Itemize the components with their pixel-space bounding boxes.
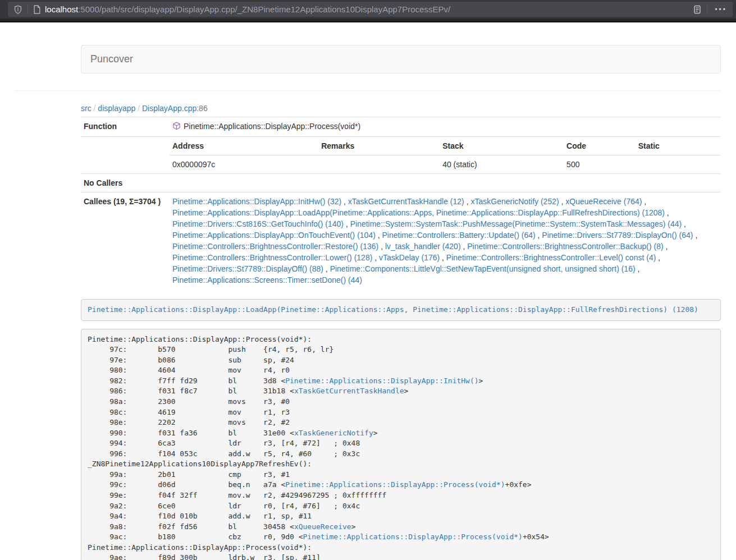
details-cell: Address Remarks Stack Code Static 0x0000… — [170, 137, 721, 174]
callees-label: Callees (19, Σ=3704 ) — [81, 192, 170, 290]
value-address: 0x0000097c — [170, 155, 318, 174]
callee-link[interactable]: xTaskGetCurrentTaskHandle (12) — [348, 197, 464, 206]
chrome-bottom-strip — [0, 19, 736, 22]
selected-callee-link[interactable]: Pinetime::Applications::DisplayApp::Load… — [88, 305, 698, 314]
callees-row: Callees (19, Σ=3704 ) Pinetime::Applicat… — [81, 192, 721, 290]
page-icon — [33, 5, 41, 14]
callee-separator: , — [682, 219, 686, 228]
value-static — [636, 155, 721, 174]
callee-separator: , — [636, 264, 640, 273]
asm-symbol-link[interactable]: xTaskGetCurrentTaskHandle — [294, 387, 404, 395]
urlbar-separator — [28, 4, 28, 14]
urlbar-separator — [707, 4, 707, 14]
col-stack: Stack — [440, 137, 564, 155]
col-remarks: Remarks — [318, 137, 440, 155]
callee-link[interactable]: Pinetime::Controllers::BrightnessControl… — [172, 242, 378, 251]
url-host: localhost — [45, 4, 78, 14]
asm-symbol-link[interactable]: Pinetime::Applications::DisplayApp::Proc… — [303, 533, 523, 541]
callee-separator: , — [559, 197, 566, 206]
value-remarks — [318, 155, 440, 174]
no-callers-label: No Callers — [81, 174, 170, 192]
breadcrumb-link[interactable]: DisplayApp.cpp — [142, 104, 196, 113]
callee-link[interactable]: Pinetime::Drivers::St7789::DisplayOff() … — [172, 264, 323, 273]
callee-separator: , — [461, 242, 468, 251]
browser-chrome: localhost:5000/path/src/displayapp/Displ… — [0, 0, 736, 19]
breadcrumb-separator: / — [92, 104, 98, 113]
asm-symbol-link[interactable]: xTaskGenericNotify — [294, 429, 373, 437]
callee-link[interactable]: Pinetime::Controllers::BrightnessControl… — [446, 253, 656, 262]
details-value-row: 0x0000097c 40 (static) 500 — [170, 155, 721, 174]
callee-separator: , — [378, 242, 385, 251]
breadcrumb-separator: / — [135, 104, 142, 113]
url-path: :5000/path/src/displayapp/DisplayApp.cpp… — [78, 4, 450, 14]
callee-separator: , — [642, 197, 646, 206]
divider — [15, 90, 721, 91]
no-callers-cell — [170, 174, 721, 192]
callee-link[interactable]: Pinetime::Applications::DisplayApp::Load… — [172, 208, 665, 217]
callee-separator: , — [372, 253, 379, 262]
details-label-empty — [81, 137, 170, 174]
callee-link[interactable]: lv_task_handler (420) — [385, 242, 461, 251]
callee-separator: , — [440, 253, 446, 262]
col-address: Address — [170, 137, 318, 155]
breadcrumb-link[interactable]: displayapp — [98, 104, 135, 113]
url-bar[interactable]: localhost:5000/path/src/displayapp/Displ… — [8, 2, 733, 17]
callee-link[interactable]: Pinetime::Controllers::Battery::Update()… — [382, 231, 536, 240]
callee-separator: , — [536, 231, 542, 240]
page-actions-menu-icon[interactable]: ••• — [715, 6, 727, 13]
callee-separator: , — [323, 264, 330, 273]
callee-separator: , — [665, 208, 669, 217]
breadcrumb-link[interactable]: src — [81, 104, 92, 113]
col-static: Static — [636, 137, 721, 155]
shield-icon[interactable] — [13, 5, 22, 14]
selected-callee-box: Pinetime::Applications::DisplayApp::Load… — [81, 299, 721, 321]
navbar: Puncover — [81, 45, 721, 74]
breadcrumb: src / displayapp / DisplayApp.cpp:86 — [81, 103, 721, 114]
function-table: Function Pinetime::Applications::Display… — [81, 117, 721, 289]
callee-separator: , — [464, 197, 471, 206]
callee-link[interactable]: Pinetime::Controllers::BrightnessControl… — [172, 253, 372, 262]
callee-separator: , — [344, 219, 350, 228]
callee-separator: , — [656, 253, 660, 262]
url-text[interactable]: localhost:5000/path/src/displayapp/Displ… — [45, 4, 693, 14]
callee-link[interactable]: xTaskGenericNotify (252) — [470, 197, 559, 206]
no-callers-row: No Callers — [81, 174, 721, 192]
assembly-code: Pinetime::Applications::DisplayApp::Proc… — [81, 329, 721, 560]
callee-separator: , — [376, 231, 382, 240]
callee-link[interactable]: Pinetime::Controllers::BrightnessControl… — [467, 242, 663, 251]
col-code: Code — [564, 137, 636, 155]
asm-symbol-link[interactable]: Pinetime::Applications::DisplayApp::Init… — [285, 377, 478, 385]
details-header-row: Address Remarks Stack Code Static — [170, 137, 721, 155]
function-label: Function — [81, 117, 170, 137]
function-name: Pinetime::Applications::DisplayApp::Proc… — [184, 122, 360, 131]
callee-separator: , — [341, 197, 348, 206]
content-container: src / displayapp / DisplayApp.cpp:86 Fun… — [81, 103, 721, 560]
function-name-cell: Pinetime::Applications::DisplayApp::Proc… — [170, 117, 721, 137]
callee-link[interactable]: xQueueReceive (764) — [565, 197, 642, 206]
details-table: Address Remarks Stack Code Static 0x0000… — [170, 137, 721, 173]
function-row: Function Pinetime::Applications::Display… — [81, 117, 721, 137]
callee-separator: , — [693, 231, 698, 240]
callee-link[interactable]: Pinetime::System::SystemTask::PushMessag… — [350, 219, 682, 228]
asm-symbol-link[interactable]: Pinetime::Applications::DisplayApp::Proc… — [285, 480, 505, 489]
package-icon — [172, 122, 181, 133]
callee-link[interactable]: Pinetime::Drivers::St7789::DisplayOn() (… — [542, 231, 693, 240]
breadcrumb-line-number: :86 — [196, 104, 207, 113]
callee-link[interactable]: Pinetime::Components::LittleVgl::SetNewT… — [330, 264, 636, 273]
callee-link[interactable]: Pinetime::Applications::DisplayApp::OnTo… — [172, 231, 376, 240]
callee-link[interactable]: vTaskDelay (176) — [379, 253, 440, 262]
details-row: Address Remarks Stack Code Static 0x0000… — [81, 137, 721, 174]
callee-link[interactable]: Pinetime::Applications::Screens::Timer::… — [172, 276, 362, 284]
callee-link[interactable]: Pinetime::Drivers::Cst816S::GetTouchInfo… — [172, 219, 344, 228]
callee-link[interactable]: Pinetime::Applications::DisplayApp::Init… — [172, 197, 341, 206]
reader-mode-icon[interactable] — [693, 5, 702, 14]
callees-list: Pinetime::Applications::DisplayApp::Init… — [170, 192, 721, 290]
brand-link[interactable]: Puncover — [81, 45, 142, 73]
value-stack: 40 (static) — [440, 155, 564, 174]
asm-symbol-link[interactable]: xQueueReceive — [294, 522, 351, 531]
value-code: 500 — [564, 155, 636, 174]
callee-separator: , — [664, 242, 668, 251]
